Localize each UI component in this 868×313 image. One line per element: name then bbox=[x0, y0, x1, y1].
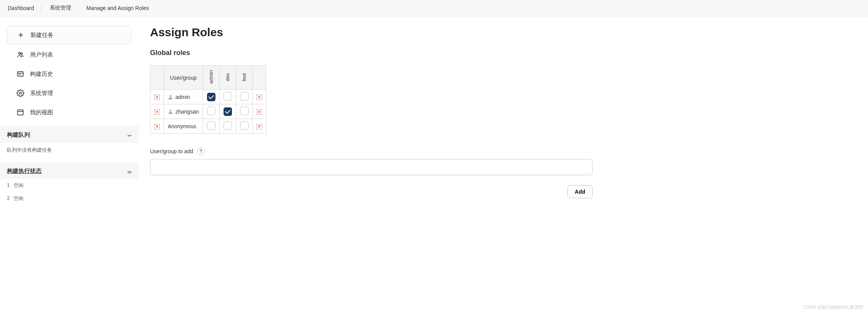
chevron-down-icon[interactable]: ⌵ bbox=[127, 168, 132, 174]
role-checkbox[interactable] bbox=[224, 92, 232, 100]
history-icon bbox=[16, 70, 25, 78]
window-icon bbox=[16, 108, 25, 117]
role-checkbox[interactable] bbox=[224, 121, 232, 130]
add-user-input[interactable] bbox=[150, 159, 593, 175]
sidebar-item-users[interactable]: 用户列表 bbox=[7, 46, 132, 64]
executor-title[interactable]: 构建执行状态 bbox=[7, 167, 42, 175]
user-cell: admin bbox=[164, 90, 203, 104]
executor-row: 1 空闲 bbox=[0, 179, 139, 192]
delete-row-icon[interactable]: × bbox=[154, 95, 160, 100]
executor-num: 2 bbox=[7, 195, 10, 202]
empty-header bbox=[252, 66, 266, 90]
column-header-role: dev bbox=[219, 66, 236, 90]
delete-row-icon[interactable]: × bbox=[257, 124, 262, 129]
page-title: Assign Roles bbox=[150, 26, 856, 39]
sidebar-item-system[interactable]: 系统管理 bbox=[7, 84, 132, 102]
sidebar-item-label: 构建历史 bbox=[30, 70, 53, 78]
svg-rect-4 bbox=[18, 72, 23, 76]
column-header-role: admin bbox=[203, 66, 219, 90]
add-button[interactable]: Add bbox=[568, 185, 593, 198]
chevron-right-icon: 〉 bbox=[40, 5, 44, 12]
build-queue-title: 构建队列 bbox=[7, 131, 30, 139]
help-icon[interactable]: ? bbox=[197, 147, 205, 155]
user-cell: Anonymous bbox=[164, 119, 203, 134]
users-icon bbox=[16, 50, 25, 59]
main-content: Assign Roles Global roles User/group adm… bbox=[139, 17, 868, 208]
svg-point-3 bbox=[21, 53, 22, 54]
user-name: zhangsan bbox=[175, 109, 199, 115]
executor-panel: 构建执行状态 ⌵ bbox=[0, 162, 139, 179]
user-icon bbox=[168, 94, 173, 100]
build-queue-empty: 队列中没有构建任务 bbox=[0, 143, 139, 157]
svg-rect-8 bbox=[18, 110, 23, 115]
global-roles-table: User/group admin dev test ×admin××zhangs… bbox=[150, 65, 266, 134]
executor-row: 2 空闲 bbox=[0, 192, 139, 205]
section-title-global: Global roles bbox=[150, 49, 856, 57]
role-checkbox[interactable] bbox=[207, 121, 215, 130]
role-checkbox[interactable] bbox=[240, 107, 249, 115]
plus-icon bbox=[17, 31, 25, 39]
chevron-down-icon[interactable]: ⌵ bbox=[127, 132, 132, 137]
column-header-user: User/group bbox=[164, 66, 203, 90]
sidebar-item-label: 我的视图 bbox=[30, 109, 53, 116]
chevron-right-icon: 〉 bbox=[77, 5, 81, 12]
sidebar-item-label: 用户列表 bbox=[30, 51, 53, 59]
breadcrumb: Dashboard 〉 系统管理 〉 Manage and Assign Rol… bbox=[0, 0, 868, 17]
role-checkbox[interactable] bbox=[224, 107, 232, 116]
table-row: ×zhangsan× bbox=[150, 104, 266, 119]
delete-row-icon[interactable]: × bbox=[154, 124, 160, 129]
role-checkbox[interactable] bbox=[207, 107, 215, 115]
user-cell: zhangsan bbox=[164, 104, 203, 119]
breadcrumb-item-dashboard[interactable]: Dashboard bbox=[8, 5, 34, 11]
role-checkbox[interactable] bbox=[207, 93, 215, 101]
executor-status: 空闲 bbox=[13, 195, 23, 202]
sidebar-item-label: 新建任务 bbox=[30, 32, 53, 39]
role-checkbox[interactable] bbox=[240, 92, 249, 100]
column-header-role: test bbox=[236, 66, 252, 90]
build-queue-panel: 构建队列 ⌵ bbox=[0, 126, 139, 143]
delete-row-icon[interactable]: × bbox=[257, 95, 262, 100]
sidebar: 新建任务 用户列表 构建历史 系统管理 我的视图 bbox=[0, 17, 139, 205]
role-checkbox[interactable] bbox=[240, 121, 249, 130]
user-name: admin bbox=[175, 94, 190, 100]
delete-row-icon[interactable]: × bbox=[257, 109, 262, 115]
breadcrumb-item-manage-roles[interactable]: Manage and Assign Roles bbox=[87, 5, 149, 11]
svg-point-11 bbox=[170, 110, 172, 112]
table-row: ×admin× bbox=[150, 90, 266, 104]
svg-point-7 bbox=[20, 92, 22, 94]
sidebar-item-label: 系统管理 bbox=[30, 90, 53, 97]
table-row: ×Anonymous× bbox=[150, 119, 266, 134]
delete-row-icon[interactable]: × bbox=[154, 109, 160, 115]
sidebar-item-history[interactable]: 构建历史 bbox=[7, 65, 132, 83]
user-icon bbox=[168, 109, 173, 114]
svg-point-10 bbox=[170, 95, 172, 97]
breadcrumb-item-system[interactable]: 系统管理 bbox=[50, 5, 71, 12]
svg-point-2 bbox=[18, 52, 20, 54]
empty-header bbox=[150, 66, 164, 90]
add-user-label: User/group to add bbox=[150, 148, 193, 154]
sidebar-item-my-views[interactable]: 我的视图 bbox=[7, 104, 132, 121]
user-name: Anonymous bbox=[168, 123, 196, 129]
gear-icon bbox=[16, 89, 25, 97]
sidebar-new-item[interactable]: 新建任务 bbox=[7, 26, 132, 44]
executor-num: 1 bbox=[7, 182, 10, 189]
executor-status: 空闲 bbox=[13, 182, 23, 189]
